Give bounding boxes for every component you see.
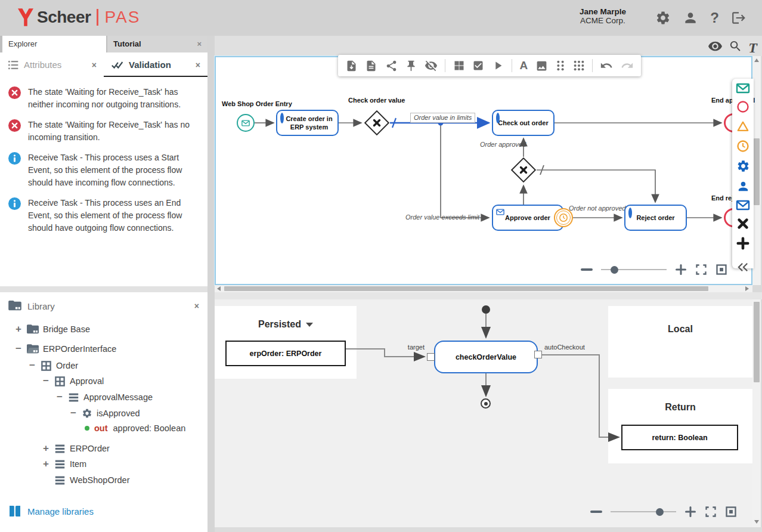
gateway-merge[interactable]	[510, 157, 537, 183]
zoom-slider[interactable]	[601, 269, 667, 270]
scroll-up-arrow[interactable]	[754, 58, 759, 62]
collapse-icon[interactable]: −	[28, 361, 36, 370]
boundary-timer-event[interactable]	[554, 208, 573, 227]
output-port[interactable]	[534, 351, 542, 358]
validation-message[interactable]: Receive Task - This process uses a Start…	[8, 151, 202, 189]
zoom-out-icon[interactable]	[581, 268, 593, 271]
input-port[interactable]	[427, 353, 435, 361]
share-icon[interactable]	[385, 60, 398, 72]
tab-validation[interactable]: Validation ×	[104, 52, 207, 77]
erp-order-variable[interactable]: erpOrder: ERPOrder	[225, 341, 346, 366]
end-event-icon[interactable]	[736, 100, 749, 116]
edge-label-not-approved[interactable]: Order not approved	[569, 205, 625, 212]
run-icon[interactable]	[491, 59, 504, 72]
import-file-icon[interactable]	[345, 60, 358, 72]
manage-libraries-link[interactable]: Manage libraries	[8, 506, 94, 516]
tree-item-item[interactable]: + Item	[42, 457, 86, 471]
task-check-out-order[interactable]: Check out order	[492, 110, 555, 136]
zoom-out-icon[interactable]	[590, 511, 602, 513]
fit-screen-icon[interactable]	[705, 506, 717, 518]
zoom-slider-handle[interactable]	[656, 508, 664, 516]
user-block[interactable]: Jane Marple ACME Corp.	[580, 7, 626, 25]
attributes-close-icon[interactable]: ×	[92, 60, 97, 70]
scrollbar-thumb[interactable]	[754, 138, 760, 205]
grid-icon[interactable]	[453, 60, 465, 72]
scroll-right-arrow[interactable]	[745, 286, 749, 291]
tab-tutorial[interactable]: Tutorial ×	[107, 36, 207, 52]
checkbox-icon[interactable]	[472, 60, 484, 72]
tab-close-icon[interactable]: ×	[197, 36, 202, 52]
validation-close-icon[interactable]: ×	[196, 60, 200, 70]
dots-grid-icon[interactable]	[573, 60, 585, 72]
fit-screen-icon[interactable]	[695, 264, 707, 276]
tree-item-webshoporder[interactable]: WebShopOrder	[54, 473, 129, 487]
bpmn-horizontal-scrollbar[interactable]	[215, 285, 752, 292]
bpmn-vertical-scrollbar[interactable]	[752, 56, 761, 285]
message-start-icon[interactable]	[736, 83, 750, 96]
text-style-icon[interactable]: T	[748, 41, 757, 55]
tree-item-isapproved[interactable]: − isApproved	[69, 406, 140, 420]
collapse-icon[interactable]: −	[55, 393, 64, 401]
undo-icon[interactable]	[600, 59, 613, 72]
zoom-in-icon[interactable]	[675, 264, 687, 276]
signal-icon[interactable]	[736, 120, 749, 135]
mapping-vertical-scrollbar[interactable]	[752, 299, 761, 527]
hide-icon[interactable]	[425, 59, 438, 72]
map-start-node[interactable]	[482, 305, 490, 314]
search-icon[interactable]	[729, 39, 742, 55]
help-icon[interactable]: ?	[710, 11, 719, 25]
message-task-icon[interactable]	[736, 200, 750, 213]
user-icon[interactable]	[683, 10, 698, 26]
tree-item-erporder[interactable]: + ERPOrder	[42, 441, 110, 456]
tree-item-approval[interactable]: − Approval	[42, 374, 104, 388]
validation-message[interactable]: The state 'Waiting for Receive_Task' has…	[8, 119, 202, 144]
tree-item-order[interactable]: − Order	[28, 358, 78, 373]
dots-grid-small-icon[interactable]	[555, 60, 566, 72]
library-close-icon[interactable]: ×	[194, 301, 199, 311]
zoom-in-icon[interactable]	[684, 506, 696, 518]
add-icon[interactable]	[736, 237, 749, 252]
scroll-down-arrow[interactable]	[754, 520, 759, 524]
validation-message[interactable]: The state 'Waiting for Receive_Task' has…	[8, 86, 202, 111]
user-task-icon[interactable]	[736, 180, 750, 196]
check-order-value-node[interactable]: checkOrderValue	[434, 341, 538, 373]
tree-item-approvalmessage[interactable]: − ApprovalMessage	[55, 390, 153, 404]
logout-icon[interactable]	[731, 10, 746, 26]
tree-item-bridge-base[interactable]: + Bridge Base	[14, 322, 90, 336]
gateway-icon[interactable]	[736, 217, 749, 233]
edge-label-approved[interactable]: Order approved	[480, 141, 526, 148]
collapse-icon[interactable]: −	[42, 377, 50, 385]
collapse-icon[interactable]: −	[69, 409, 78, 417]
expand-icon[interactable]: +	[42, 444, 50, 453]
eye-icon[interactable]	[708, 39, 723, 56]
expand-icon[interactable]: +	[42, 460, 50, 468]
overview-icon[interactable]	[715, 264, 727, 276]
pin-icon[interactable]	[405, 60, 417, 72]
task-create-order[interactable]: Create order in ERP system	[276, 110, 339, 136]
panel-splitter[interactable]	[0, 286, 207, 292]
gateway-check-order-value[interactable]	[364, 110, 390, 136]
overview-icon[interactable]	[725, 506, 737, 518]
mapping-canvas[interactable]: Persisted Local Return erpOrder: ERPOrde…	[215, 299, 752, 527]
expand-icon[interactable]: +	[14, 325, 23, 333]
bpmn-canvas[interactable]: A	[215, 56, 752, 285]
timer-icon[interactable]	[736, 140, 749, 155]
zoom-slider-handle[interactable]	[611, 266, 618, 274]
service-task-icon[interactable]	[736, 159, 750, 175]
collapse-icon[interactable]: −	[14, 345, 23, 353]
task-reject-order[interactable]: Reject order	[624, 205, 687, 231]
scrollbar-thumb[interactable]	[224, 286, 708, 291]
redo-icon[interactable]	[621, 59, 634, 72]
tree-item-erporderinterface[interactable]: − ERPOrderInterface	[14, 342, 116, 356]
collapse-icon[interactable]	[736, 262, 749, 275]
image-icon[interactable]	[535, 60, 548, 72]
vertical-splitter[interactable]	[207, 36, 215, 532]
scroll-left-arrow[interactable]	[217, 286, 221, 291]
map-end-node[interactable]	[481, 398, 491, 409]
tab-attributes[interactable]: Attributes ×	[0, 52, 104, 77]
text-icon[interactable]: A	[520, 60, 528, 72]
settings-icon[interactable]	[655, 10, 671, 26]
zoom-slider[interactable]	[611, 511, 676, 512]
task-approve-order[interactable]: Approve order	[492, 205, 563, 231]
tree-item-out-approved[interactable]: out approved: Boolean	[84, 421, 185, 435]
